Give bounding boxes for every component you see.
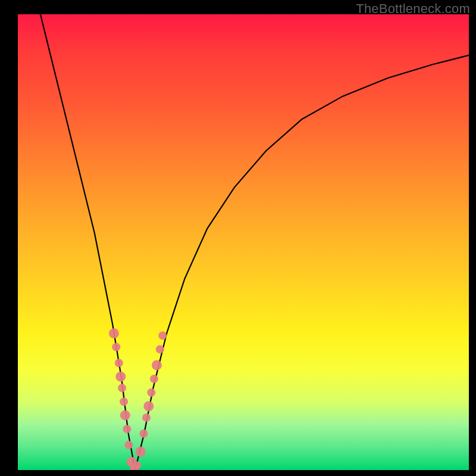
highlight-dot	[158, 331, 167, 340]
highlight-dot	[112, 343, 120, 351]
highlight-dot	[136, 447, 146, 457]
highlight-dot	[120, 411, 130, 421]
highlight-dot	[120, 397, 128, 406]
highlight-dot	[156, 345, 164, 353]
curve-svg	[18, 14, 469, 470]
highlight-dot	[133, 461, 141, 469]
highlight-dot	[115, 359, 123, 367]
highlight-dot	[143, 401, 154, 411]
bottleneck-curve-line	[40, 14, 469, 470]
highlight-dot	[115, 371, 126, 381]
highlight-dots-group	[109, 328, 167, 470]
highlight-dot	[109, 328, 119, 339]
highlight-dot	[152, 360, 162, 370]
highlight-dot	[142, 414, 151, 422]
highlight-dot	[150, 375, 158, 383]
watermark-text: TheBottleneck.com	[356, 1, 470, 17]
highlight-dot	[147, 389, 155, 397]
highlight-dot	[124, 441, 133, 449]
highlight-dot	[118, 384, 126, 392]
highlight-dot	[139, 430, 148, 438]
chart-frame: TheBottleneck.com	[0, 0, 476, 476]
plot-area	[18, 14, 469, 470]
highlight-dot	[123, 425, 131, 433]
